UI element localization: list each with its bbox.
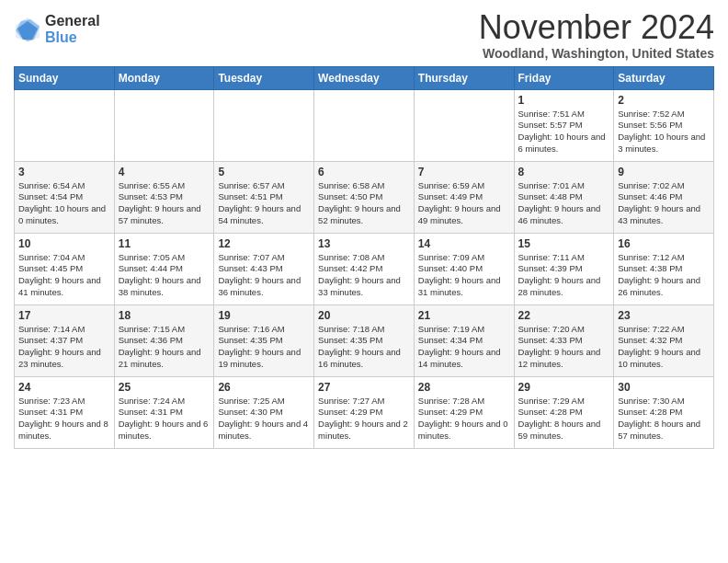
day-number: 1	[518, 94, 610, 107]
calendar-week-row: 1Sunrise: 7:51 AM Sunset: 5:57 PM Daylig…	[15, 89, 714, 161]
day-info: Sunrise: 6:55 AM Sunset: 4:53 PM Dayligh…	[119, 180, 210, 227]
day-info: Sunrise: 7:01 AM Sunset: 4:48 PM Dayligh…	[518, 180, 610, 227]
month-title: November 2024	[479, 9, 714, 46]
day-number: 28	[418, 381, 510, 394]
day-number: 15	[518, 237, 610, 250]
calendar-cell: 24Sunrise: 7:23 AM Sunset: 4:31 PM Dayli…	[15, 376, 115, 448]
day-info: Sunrise: 7:08 AM Sunset: 4:42 PM Dayligh…	[318, 252, 410, 299]
weekday-header: Thursday	[414, 66, 514, 89]
calendar-cell: 27Sunrise: 7:27 AM Sunset: 4:29 PM Dayli…	[314, 376, 415, 448]
day-info: Sunrise: 7:29 AM Sunset: 4:28 PM Dayligh…	[518, 396, 610, 442]
calendar-cell: 2Sunrise: 7:52 AM Sunset: 5:56 PM Daylig…	[614, 89, 714, 161]
logo-icon	[14, 16, 41, 43]
day-info: Sunrise: 6:54 AM Sunset: 4:54 PM Dayligh…	[18, 180, 110, 227]
weekday-header: Wednesday	[314, 66, 415, 89]
calendar-cell: 30Sunrise: 7:30 AM Sunset: 4:28 PM Dayli…	[614, 376, 714, 448]
day-number: 23	[618, 309, 710, 322]
day-info: Sunrise: 7:11 AM Sunset: 4:39 PM Dayligh…	[518, 252, 610, 299]
calendar-cell	[314, 89, 415, 161]
calendar-cell: 10Sunrise: 7:04 AM Sunset: 4:45 PM Dayli…	[15, 233, 115, 304]
day-info: Sunrise: 7:19 AM Sunset: 4:34 PM Dayligh…	[418, 324, 510, 371]
day-info: Sunrise: 7:22 AM Sunset: 4:32 PM Dayligh…	[618, 324, 710, 371]
day-info: Sunrise: 7:20 AM Sunset: 4:33 PM Dayligh…	[518, 324, 610, 371]
day-number: 14	[418, 237, 510, 250]
calendar-cell: 28Sunrise: 7:28 AM Sunset: 4:29 PM Dayli…	[414, 376, 514, 448]
day-number: 27	[318, 381, 410, 394]
day-number: 10	[18, 237, 110, 250]
day-number: 26	[218, 381, 310, 394]
calendar-cell: 11Sunrise: 7:05 AM Sunset: 4:44 PM Dayli…	[114, 233, 214, 304]
day-info: Sunrise: 7:05 AM Sunset: 4:44 PM Dayligh…	[119, 252, 210, 299]
day-info: Sunrise: 7:16 AM Sunset: 4:35 PM Dayligh…	[218, 324, 310, 371]
page-header: General Blue November 2024 Woodland, Was…	[14, 9, 714, 61]
day-number: 13	[318, 237, 410, 250]
day-info: Sunrise: 6:57 AM Sunset: 4:51 PM Dayligh…	[218, 180, 310, 227]
title-block: November 2024 Woodland, Washington, Unit…	[479, 9, 714, 61]
day-info: Sunrise: 6:59 AM Sunset: 4:49 PM Dayligh…	[418, 180, 510, 227]
day-number: 17	[18, 309, 110, 322]
day-info: Sunrise: 7:28 AM Sunset: 4:29 PM Dayligh…	[418, 396, 510, 442]
calendar-cell: 6Sunrise: 6:58 AM Sunset: 4:50 PM Daylig…	[314, 161, 415, 233]
day-info: Sunrise: 7:51 AM Sunset: 5:57 PM Dayligh…	[518, 109, 610, 155]
calendar-cell: 12Sunrise: 7:07 AM Sunset: 4:43 PM Dayli…	[214, 233, 314, 304]
calendar-cell: 16Sunrise: 7:12 AM Sunset: 4:38 PM Dayli…	[614, 233, 714, 304]
day-info: Sunrise: 7:04 AM Sunset: 4:45 PM Dayligh…	[18, 252, 110, 299]
day-info: Sunrise: 7:14 AM Sunset: 4:37 PM Dayligh…	[18, 324, 110, 371]
calendar-cell: 1Sunrise: 7:51 AM Sunset: 5:57 PM Daylig…	[514, 89, 614, 161]
calendar-cell: 14Sunrise: 7:09 AM Sunset: 4:40 PM Dayli…	[414, 233, 514, 304]
day-number: 18	[119, 309, 210, 322]
day-number: 12	[218, 237, 310, 250]
day-number: 6	[318, 166, 410, 178]
day-info: Sunrise: 7:15 AM Sunset: 4:36 PM Dayligh…	[119, 324, 210, 371]
calendar-week-row: 17Sunrise: 7:14 AM Sunset: 4:37 PM Dayli…	[15, 304, 714, 376]
day-info: Sunrise: 7:02 AM Sunset: 4:46 PM Dayligh…	[618, 180, 710, 227]
day-info: Sunrise: 7:23 AM Sunset: 4:31 PM Dayligh…	[18, 396, 110, 442]
calendar-table: SundayMondayTuesdayWednesdayThursdayFrid…	[14, 66, 714, 449]
logo-text: General Blue	[45, 13, 100, 45]
calendar-body: 1Sunrise: 7:51 AM Sunset: 5:57 PM Daylig…	[15, 89, 714, 448]
day-number: 4	[119, 166, 210, 178]
day-number: 3	[18, 166, 110, 178]
calendar-cell: 4Sunrise: 6:55 AM Sunset: 4:53 PM Daylig…	[114, 161, 214, 233]
day-info: Sunrise: 7:27 AM Sunset: 4:29 PM Dayligh…	[318, 396, 410, 442]
calendar-cell: 22Sunrise: 7:20 AM Sunset: 4:33 PM Dayli…	[514, 304, 614, 376]
calendar-cell: 17Sunrise: 7:14 AM Sunset: 4:37 PM Dayli…	[15, 304, 115, 376]
day-info: Sunrise: 7:18 AM Sunset: 4:35 PM Dayligh…	[318, 324, 410, 371]
calendar-cell: 19Sunrise: 7:16 AM Sunset: 4:35 PM Dayli…	[214, 304, 314, 376]
calendar-cell	[15, 89, 115, 161]
calendar-cell: 13Sunrise: 7:08 AM Sunset: 4:42 PM Dayli…	[314, 233, 415, 304]
day-number: 21	[418, 309, 510, 322]
calendar-cell: 3Sunrise: 6:54 AM Sunset: 4:54 PM Daylig…	[15, 161, 115, 233]
calendar-cell: 26Sunrise: 7:25 AM Sunset: 4:30 PM Dayli…	[214, 376, 314, 448]
calendar-week-row: 24Sunrise: 7:23 AM Sunset: 4:31 PM Dayli…	[15, 376, 714, 448]
calendar-week-row: 3Sunrise: 6:54 AM Sunset: 4:54 PM Daylig…	[15, 161, 714, 233]
calendar-cell: 25Sunrise: 7:24 AM Sunset: 4:31 PM Dayli…	[114, 376, 214, 448]
day-info: Sunrise: 7:30 AM Sunset: 4:28 PM Dayligh…	[618, 396, 710, 442]
day-number: 20	[318, 309, 410, 322]
day-number: 11	[119, 237, 210, 250]
calendar-cell: 7Sunrise: 6:59 AM Sunset: 4:49 PM Daylig…	[414, 161, 514, 233]
weekday-header: Monday	[114, 66, 214, 89]
day-number: 25	[119, 381, 210, 394]
day-info: Sunrise: 6:58 AM Sunset: 4:50 PM Dayligh…	[318, 180, 410, 227]
logo: General Blue	[14, 13, 100, 45]
day-info: Sunrise: 7:09 AM Sunset: 4:40 PM Dayligh…	[418, 252, 510, 299]
day-number: 24	[18, 381, 110, 394]
calendar-cell: 9Sunrise: 7:02 AM Sunset: 4:46 PM Daylig…	[614, 161, 714, 233]
weekday-header: Sunday	[15, 66, 115, 89]
calendar-week-row: 10Sunrise: 7:04 AM Sunset: 4:45 PM Dayli…	[15, 233, 714, 304]
day-number: 30	[618, 381, 710, 394]
calendar-cell: 18Sunrise: 7:15 AM Sunset: 4:36 PM Dayli…	[114, 304, 214, 376]
day-info: Sunrise: 7:07 AM Sunset: 4:43 PM Dayligh…	[218, 252, 310, 299]
weekday-header-row: SundayMondayTuesdayWednesdayThursdayFrid…	[15, 66, 714, 89]
calendar-cell: 15Sunrise: 7:11 AM Sunset: 4:39 PM Dayli…	[514, 233, 614, 304]
calendar-cell	[114, 89, 214, 161]
day-number: 16	[618, 237, 710, 250]
weekday-header: Friday	[514, 66, 614, 89]
logo-general: General	[45, 13, 100, 29]
day-number: 9	[618, 166, 710, 178]
calendar-cell: 8Sunrise: 7:01 AM Sunset: 4:48 PM Daylig…	[514, 161, 614, 233]
day-number: 5	[218, 166, 310, 178]
calendar-cell: 21Sunrise: 7:19 AM Sunset: 4:34 PM Dayli…	[414, 304, 514, 376]
day-number: 2	[618, 94, 710, 107]
